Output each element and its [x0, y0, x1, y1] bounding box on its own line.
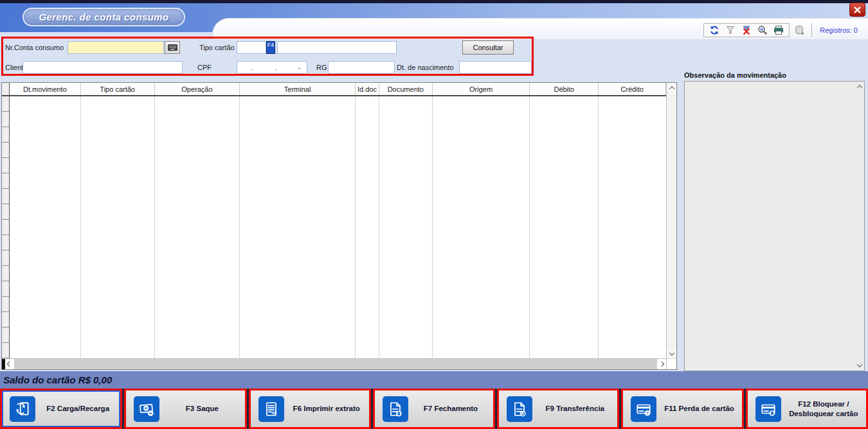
svg-text:n: n — [761, 26, 763, 32]
consultar-button[interactable]: Consultar — [462, 40, 514, 55]
col-documento[interactable]: Documento — [379, 83, 433, 95]
col-operacao[interactable]: Operação — [155, 83, 240, 95]
locate-icon[interactable]: n — [757, 25, 768, 35]
virtual-keyboard-button[interactable] — [165, 41, 180, 54]
tipo-cartao-code-input[interactable] — [237, 41, 266, 54]
nascimento-label: Dt. de nascimento — [397, 64, 454, 71]
document-lock-icon — [383, 396, 408, 422]
observacao-memo[interactable] — [684, 81, 865, 371]
grid-vertical-scrollbar[interactable] — [666, 83, 676, 369]
grid-column-origem — [433, 96, 530, 358]
toolbar-separator — [811, 23, 812, 37]
col-debito[interactable]: Débito — [530, 83, 599, 95]
svg-text:R$: R$ — [271, 411, 276, 415]
form-title-pill: Gerenc. de conta consumo — [23, 8, 185, 26]
grid-column-operacao — [155, 96, 240, 358]
document-transfer-icon — [507, 396, 532, 422]
tipo-cartao-label: Tipo cartão — [199, 44, 235, 51]
chevron-left-icon — [7, 362, 12, 367]
grid-column-dt-movimento — [10, 96, 81, 358]
close-icon — [853, 6, 862, 14]
chevron-up-icon — [856, 85, 862, 90]
search-form-highlight: Nr.Conta consumo Tipo cartão F4 Consulta… — [1, 37, 534, 76]
tipo-cartao-desc-input[interactable] — [277, 41, 397, 54]
saldo-band: Saldo do cartão R$ 0,00 — [0, 371, 868, 389]
grid-column-documento — [379, 96, 433, 358]
grid-horizontal-scrollbar[interactable] — [2, 358, 666, 369]
saldo-text: Saldo do cartão R$ 0,00 — [0, 374, 112, 385]
observacao-text[interactable] — [685, 82, 854, 371]
refresh-icon[interactable] — [709, 25, 719, 35]
grid-column-terminal — [240, 96, 356, 358]
scroll-down-button[interactable] — [667, 349, 676, 358]
toolbar-icon-group: n — [703, 23, 790, 37]
rg-label: RG — [316, 64, 327, 71]
clear-filter-icon[interactable] — [741, 25, 752, 35]
card-question-icon: ? — [631, 396, 656, 422]
print-statement-icon: R$ — [258, 396, 284, 422]
title-bar: n Registros: 0 Gerenc. de co — [0, 3, 868, 36]
row-indicator-header — [2, 83, 10, 95]
record-toolbar: n Registros: 0 — [703, 23, 865, 37]
chevron-right-icon — [659, 362, 664, 367]
card-lock-icon — [755, 396, 781, 422]
observacao-label: Observação da movimentação — [684, 71, 786, 79]
row-indicator-column — [2, 96, 10, 358]
close-button[interactable] — [849, 3, 865, 17]
svg-text:$: $ — [145, 406, 148, 410]
f7-fechamento-button[interactable]: F7 Fechamento — [373, 389, 495, 429]
f11-perda-cartao-button[interactable]: ? F11 Perda de cartão — [621, 389, 743, 429]
records-count: Registros: 0 — [816, 26, 865, 34]
grid-column-id-doc — [356, 96, 379, 358]
grid-column-debito — [530, 96, 599, 358]
grid-header-row: Dt.movimento Tipo cartão Operação Termin… — [2, 83, 666, 96]
print-icon[interactable] — [773, 25, 784, 35]
cpf-input[interactable] — [237, 61, 307, 74]
vertical-scroll-track[interactable] — [667, 92, 676, 349]
cpf-label: CPF — [197, 64, 212, 71]
cliente-input[interactable] — [23, 61, 183, 74]
col-dt-movimento[interactable]: Dt.movimento — [10, 83, 81, 95]
nr-conta-input[interactable] — [68, 41, 164, 54]
grid-body — [2, 96, 666, 358]
nr-conta-label: Nr.Conta consumo — [5, 44, 64, 51]
chevron-down-icon — [856, 362, 862, 367]
action-button-bar: F2 Carga/Recarga $ F3 Saque — [0, 389, 868, 429]
col-origem[interactable]: Origem — [433, 83, 530, 95]
page-title: Gerenc. de conta consumo — [39, 12, 168, 22]
keyboard-icon — [168, 44, 177, 51]
card-recharge-icon — [10, 396, 35, 422]
filter-icon[interactable] — [725, 25, 736, 35]
chevron-up-icon — [669, 86, 674, 91]
svg-text:?: ? — [646, 410, 649, 415]
scroll-up-button[interactable] — [667, 83, 676, 92]
grid-column-tipo-cartao — [81, 96, 155, 358]
f12-bloquear-desbloquear-button[interactable]: F12 Bloquear / Desbloquear cartão — [746, 389, 868, 429]
scroll-right-button[interactable] — [656, 359, 666, 369]
movements-grid: Dt.movimento Tipo cartão Operação Termin… — [1, 82, 677, 370]
grid-column-credito — [599, 96, 666, 358]
f9-transferencia-button[interactable]: F9 Transferência — [497, 389, 619, 429]
col-tipo-cartao[interactable]: Tipo cartão — [81, 83, 155, 95]
f6-imprimir-extrato-button[interactable]: R$ F6 Imprimir extrato — [249, 389, 371, 429]
col-terminal[interactable]: Terminal — [240, 83, 356, 95]
memo-scrollbar[interactable] — [854, 82, 864, 371]
col-id-doc[interactable]: Id.doc — [356, 83, 379, 95]
scrollbar-corner — [667, 358, 676, 369]
scroll-left-button[interactable] — [5, 359, 15, 369]
col-credito[interactable]: Crédito — [599, 83, 666, 95]
app-window: n Registros: 0 Gerenc. de co — [0, 0, 868, 429]
f3-saque-button[interactable]: $ F3 Saque — [124, 389, 246, 429]
f2-carga-recarga-button[interactable]: F2 Carga/Recarga — [0, 389, 122, 429]
export-icon[interactable] — [795, 25, 805, 35]
nascimento-input[interactable] — [459, 61, 532, 74]
chevron-down-icon — [669, 350, 674, 355]
rg-input[interactable] — [328, 61, 395, 74]
horizontal-scroll-track[interactable] — [15, 359, 656, 369]
tipo-cartao-lookup-button[interactable]: F4 — [266, 41, 275, 54]
money-withdraw-icon: $ — [134, 396, 159, 422]
